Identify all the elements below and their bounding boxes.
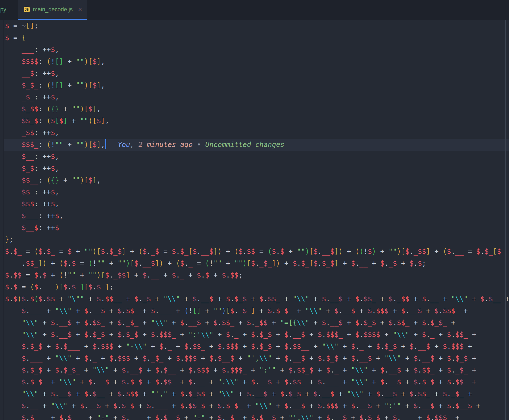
code-line[interactable]: $_$_: (![] + "")[$],: [4, 79, 509, 91]
code-token: +: [55, 295, 68, 303]
code-token: .: [197, 247, 201, 256]
code-token: +: [105, 319, 118, 327]
code-token: +: [72, 247, 84, 256]
code-line[interactable]: _$$: ++$,: [4, 127, 509, 139]
code-token: +: [168, 319, 180, 327]
code-token: $__$: [22, 224, 38, 232]
code-token: $: [209, 354, 213, 362]
code-token: (: [59, 259, 63, 267]
code-token: $: [68, 247, 72, 256]
code-token: +: [142, 378, 155, 386]
code-line[interactable]: __$: ++$,: [4, 68, 509, 79]
code-token: .: [101, 295, 105, 303]
code-line[interactable]: $$__: ({} + "")[$],: [4, 174, 509, 186]
code-line[interactable]: $.$($.$($.$$ + "\"" + $.$$__ + $._$ + "\…: [4, 293, 509, 305]
blame-punct: •: [193, 140, 205, 149]
code-token: ": [142, 342, 147, 350]
code-token: +: [151, 295, 163, 303]
code-line[interactable]: $.$_$_ + "\\" + $.__$ + $.$_$ + $.$$_ + …: [4, 376, 509, 388]
code-token: ":': [188, 330, 201, 339]
code-line[interactable]: $___: ++$,: [4, 210, 509, 222]
code-token: +: [205, 414, 218, 420]
code-token: .: [251, 390, 255, 398]
code-line[interactable]: $_$: ++$,: [4, 163, 509, 174]
tab-partial-python-file[interactable]: py: [0, 0, 6, 19]
code-token: $$_: [397, 319, 410, 327]
code-token: +: [401, 354, 414, 362]
code-token: __$: [418, 342, 430, 350]
code-line[interactable]: $.__ + "\\" + $.__$ + $.$_$ + $.___ + $.…: [4, 400, 509, 412]
code-line[interactable]: $.___ + "\\" + $._ + $.$$$ + $._$_ + $.$…: [4, 352, 509, 364]
code-line[interactable]: $.$ = ($.___)[$.$_][$.$_];: [4, 281, 509, 293]
code-token: $: [355, 319, 359, 327]
code-line[interactable]: $.$_ = ($.$_ = $ + "")[$.$_$] + ($._$ = …: [4, 246, 509, 257]
scrollbar[interactable]: [505, 20, 506, 420]
code-token: (: [205, 259, 209, 267]
code-token: !: [209, 259, 213, 267]
code-token: +: [130, 271, 143, 279]
code-token: +: [460, 307, 468, 315]
code-token: +: [272, 342, 284, 350]
code-token: .: [84, 402, 88, 410]
code-line[interactable]: $.___ + "\\" + $.__$ + $.$$_ + $.___ + (…: [4, 305, 509, 317]
code-token: +: [213, 295, 226, 303]
code-token: +: [435, 402, 447, 410]
code-line[interactable]: _$_: ++$,: [4, 91, 509, 103]
code-token: $$$$: [364, 330, 380, 339]
code-token: $$$_: [159, 330, 176, 339]
editor-pane[interactable]: $ = ~[];$ = { ___: ++$, $$$$: (![] + "")…: [0, 20, 509, 420]
code-line[interactable]: $ = ~[];: [4, 20, 509, 32]
code-line[interactable]: $$_: ++$,: [4, 186, 509, 198]
close-icon[interactable]: ×: [78, 6, 82, 13]
code-line[interactable]: "\\" + $.__$ + $.$$_ + $._$_ + "\\" + $.…: [4, 317, 509, 329]
code-token: +: [409, 330, 422, 339]
code-line[interactable]: $.$$ = $.$ + (!"" + "")[$._$$] + $.__ + …: [4, 269, 509, 281]
code-token: $$$_: [230, 366, 247, 374]
code-token: $_$: [130, 378, 143, 386]
code-token: $: [422, 330, 426, 339]
code-area[interactable]: $ = ~[];$ = { ___: ++$, $$$$: (![] + "")…: [4, 20, 509, 420]
code-token: $: [184, 342, 188, 350]
code-token: $: [88, 283, 93, 291]
code-line[interactable]: $.$_$ + $.$_$_ + "\\" + $.__$ + $.$__ + …: [4, 364, 509, 376]
code-token: .: [414, 342, 418, 350]
code-token: $: [22, 366, 26, 374]
code-token: .: [439, 307, 443, 315]
code-line[interactable]: $.$___ + $.$___ + "-" + $.___ + $.$__$ +…: [4, 412, 509, 420]
code-line[interactable]: $__: ++$,: [4, 151, 509, 163]
code-token: ": [405, 330, 410, 339]
code-line[interactable]: "\\" + $.__$ + $.$__ + $.$$$ + "'," + $.…: [4, 388, 509, 400]
code-token: $: [447, 247, 451, 256]
code-token: .: [393, 319, 397, 327]
code-token: __$: [255, 390, 268, 398]
code-line[interactable]: .$$_]) + ($.$ = (!"" + "")[$.__$]) + ($.…: [4, 257, 509, 269]
code-line[interactable]: $_$$: ({} + "")[$],: [4, 103, 509, 115]
code-token: __: [455, 247, 464, 256]
code-line[interactable]: $__$: ++$: [4, 222, 509, 234]
code-line[interactable]: "\\" + $.__$ + $.$_$ + $.$_$ + $.$$$_ + …: [4, 329, 509, 341]
tab-main-decode-js[interactable]: JS main_decode.js ×: [18, 0, 87, 20]
code-token: $: [351, 259, 355, 267]
code-token: =: [18, 283, 30, 291]
code-token: $: [480, 295, 485, 303]
code-token: $_$: [126, 330, 139, 339]
code-token: (: [34, 295, 38, 303]
tab-bar: py JS main_decode.js ×: [0, 0, 509, 20]
code-token: .: [218, 319, 222, 327]
code-token: _$$: [22, 129, 34, 137]
code-line[interactable]: };: [4, 234, 509, 246]
code-token: .: [255, 342, 259, 350]
code-token: $: [334, 307, 339, 315]
code-token: $: [51, 93, 55, 101]
code-token: +: [451, 414, 460, 420]
code-token: .: [414, 259, 418, 267]
code-line[interactable]: ___: ++$,: [4, 44, 509, 56]
code-token: +: [105, 259, 118, 267]
code-line[interactable]: $$$: ++$,: [4, 198, 509, 210]
code-token: +: [201, 319, 213, 327]
code-line[interactable]: $$_$: ($[$] + "")[$],: [4, 115, 509, 127]
code-line[interactable]: $$$_: (!"" + "")[$],You, 2 minutes ago •…: [4, 139, 509, 151]
code-line[interactable]: $.$_$ + $.$___ + $.$$$ + "-\\" + $._ + $…: [4, 341, 509, 352]
code-line[interactable]: $$$$: (![] + "")[$],: [4, 56, 509, 68]
code-line[interactable]: $ = {: [4, 32, 509, 44]
